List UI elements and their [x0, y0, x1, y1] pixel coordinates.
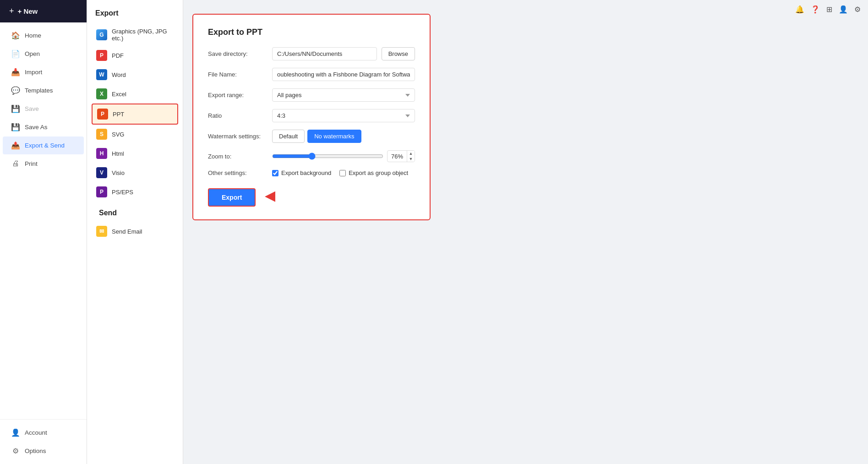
export-item-pseps[interactable]: P PS/EPS — [92, 182, 178, 202]
export-item-visio[interactable]: V Visio — [92, 163, 178, 182]
sidebar-item-open[interactable]: 📄 Open — [3, 45, 84, 63]
zoom-spinners: ▲ ▼ — [407, 151, 415, 162]
zoom-row: Zoom to: 76% ▲ ▼ — [208, 150, 415, 162]
send-section: Send ✉ Send Email — [92, 209, 178, 241]
sidebar-item-options-label: Options — [25, 448, 46, 454]
export-item-word[interactable]: W Word — [92, 65, 178, 84]
export-send-icon: 📤 — [11, 141, 20, 150]
export-button[interactable]: Export — [208, 188, 256, 207]
grid-icon[interactable]: ⊞ — [826, 5, 832, 14]
export-item-visio-label: Visio — [112, 169, 125, 176]
sidebar-item-account-label: Account — [25, 429, 47, 436]
export-range-select[interactable]: All pages Current page Selected pages — [272, 88, 415, 102]
sidebar-item-print[interactable]: 🖨 Print — [3, 155, 84, 172]
export-dialog: Export to PPT Save directory: Browse Fil… — [192, 14, 431, 220]
other-settings-label: Other settings: — [208, 169, 267, 176]
settings-icon[interactable]: ⚙ — [854, 5, 861, 14]
ratio-row: Ratio 4:3 16:9 16:10 — [208, 109, 415, 122]
sidebar-item-save-as[interactable]: 💾 Save As — [3, 118, 84, 136]
export-item-pdf[interactable]: P PDF — [92, 46, 178, 65]
save-directory-input[interactable] — [272, 47, 377, 60]
sidebar-item-account[interactable]: 👤 Account — [3, 424, 84, 442]
export-item-html-label: Html — [112, 150, 124, 157]
export-item-pseps-label: PS/EPS — [112, 189, 133, 196]
svg-icon: S — [96, 129, 107, 140]
ratio-select[interactable]: 4:3 16:9 16:10 — [272, 109, 415, 122]
file-name-row: File Name: — [208, 68, 415, 81]
export-item-ppt[interactable]: P PPT — [92, 104, 178, 125]
zoom-slider[interactable] — [272, 153, 383, 160]
export-background-checkbox-label[interactable]: Export background — [272, 169, 331, 176]
sidebar-item-save: 💾 Save — [3, 100, 84, 118]
watermark-no-watermarks-button[interactable]: No watermarks — [307, 130, 361, 143]
sidebar-item-export-send-label: Export & Send — [25, 142, 65, 149]
export-range-label: Export range: — [208, 92, 267, 98]
export-group-label: Export as group object — [349, 169, 408, 176]
import-icon: 📥 — [11, 68, 20, 76]
export-button-row: Export ◀ — [208, 184, 415, 207]
export-group-checkbox-label[interactable]: Export as group object — [339, 169, 408, 176]
right-area: ▲ ▲ Export to PPT Save directory: Browse… — [183, 0, 868, 464]
export-background-checkbox[interactable] — [272, 170, 278, 176]
file-name-label: File Name: — [208, 71, 267, 78]
save-as-icon: 💾 — [11, 123, 20, 131]
other-settings-row: Other settings: Export background Export… — [208, 169, 415, 176]
user-icon[interactable]: 👤 — [839, 5, 848, 14]
sidebar-item-home-label: Home — [25, 32, 41, 39]
watermark-row: Watermark settings: Default No watermark… — [208, 130, 415, 143]
watermark-default-button[interactable]: Default — [272, 130, 305, 143]
export-item-excel-label: Excel — [112, 91, 126, 98]
print-icon: 🖨 — [11, 159, 20, 168]
save-directory-label: Save directory: — [208, 50, 267, 57]
save-directory-row: Save directory: Browse — [208, 47, 415, 60]
export-item-svg[interactable]: S SVG — [92, 125, 178, 144]
save-icon: 💾 — [11, 104, 20, 113]
zoom-down-button[interactable]: ▼ — [407, 156, 415, 162]
ppt-icon: P — [97, 109, 108, 120]
file-name-input[interactable] — [272, 68, 415, 81]
sidebar-item-home[interactable]: 🏠 Home — [3, 27, 84, 44]
zoom-up-button[interactable]: ▲ — [407, 151, 415, 156]
export-background-label: Export background — [281, 169, 331, 176]
sidebar-item-options[interactable]: ⚙ Options — [3, 442, 84, 460]
sidebar-item-save-label: Save — [25, 105, 39, 112]
sidebar-item-templates-label: Templates — [25, 87, 53, 94]
export-item-excel[interactable]: X Excel — [92, 84, 178, 104]
html-icon: H — [96, 148, 107, 159]
pseps-icon: P — [96, 186, 107, 197]
export-item-pdf-label: PDF — [112, 52, 124, 59]
plus-icon: + — [9, 6, 14, 16]
zoom-value: 76% — [388, 151, 407, 162]
export-item-email[interactable]: ✉ Send Email — [92, 222, 178, 241]
bell-icon[interactable]: 🔔 — [795, 5, 804, 14]
sidebar-item-save-as-label: Save As — [25, 124, 48, 131]
templates-icon: 💬 — [11, 86, 20, 95]
sidebar-item-templates[interactable]: 💬 Templates — [3, 82, 84, 99]
export-item-word-label: Word — [112, 71, 126, 78]
sidebar: + + New 🏠 Home 📄 Open 📥 Import 💬 Templat… — [0, 0, 87, 464]
new-button-label: + New — [18, 7, 38, 15]
home-icon: 🏠 — [11, 31, 20, 40]
visio-icon: V — [96, 167, 107, 178]
sidebar-item-export-send[interactable]: 📤 Export & Send — [3, 136, 84, 154]
sidebar-item-print-label: Print — [25, 160, 38, 167]
email-icon: ✉ — [96, 226, 107, 237]
browse-button[interactable]: Browse — [382, 47, 415, 60]
help-icon[interactable]: ❓ — [811, 5, 820, 14]
new-button[interactable]: + + New — [0, 0, 87, 22]
main-content: Export G Graphics (PNG, JPG etc.) P PDF … — [87, 0, 868, 464]
sidebar-item-import[interactable]: 📥 Import — [3, 63, 84, 81]
export-range-row: Export range: All pages Current page Sel… — [208, 88, 415, 102]
export-panel-title: Export — [92, 9, 178, 17]
open-icon: 📄 — [11, 49, 20, 58]
excel-icon: X — [96, 88, 107, 99]
send-section-title: Send — [95, 209, 178, 217]
export-group-checkbox[interactable] — [339, 170, 346, 176]
export-item-graphics[interactable]: G Graphics (PNG, JPG etc.) — [92, 24, 178, 46]
export-item-ppt-label: PPT — [113, 111, 124, 118]
sidebar-nav: 🏠 Home 📄 Open 📥 Import 💬 Templates 💾 Sav… — [0, 22, 87, 419]
zoom-label: Zoom to: — [208, 153, 267, 160]
watermark-label: Watermark settings: — [208, 133, 267, 140]
export-item-html[interactable]: H Html — [92, 144, 178, 163]
dialog-title: Export to PPT — [208, 27, 415, 37]
